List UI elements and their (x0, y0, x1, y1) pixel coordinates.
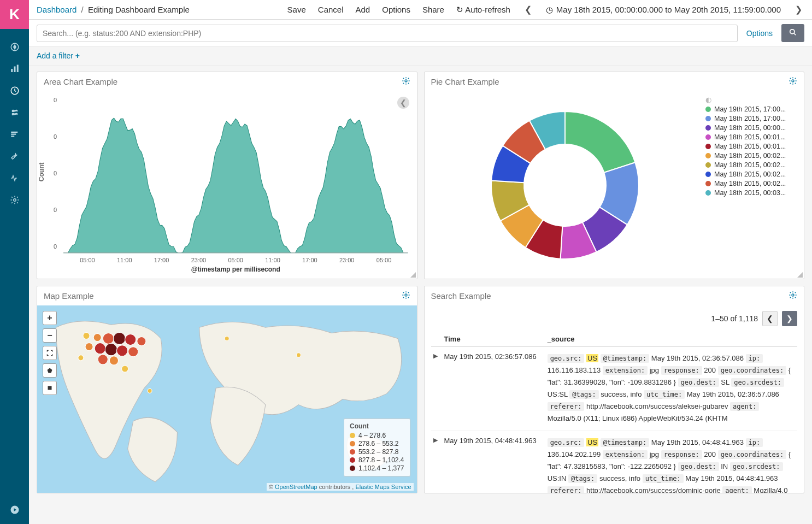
share-button[interactable]: Share (422, 5, 444, 14)
map-panel: Map Example (37, 286, 417, 493)
panel-gear-icon[interactable] (789, 76, 797, 87)
map-canvas[interactable]: + − Count 4 – 278.6278.6 – 553.2553.2 – … (37, 305, 417, 493)
devtools-nav-icon[interactable] (6, 150, 23, 162)
legend-swatch (705, 134, 711, 140)
options-button[interactable]: Options (382, 5, 410, 14)
autorefresh-button[interactable]: ↻ Auto-refresh (456, 5, 510, 15)
save-button[interactable]: Save (287, 5, 306, 14)
breadcrumb: Dashboard / Editing Dashboard Example (37, 5, 190, 14)
legend-toggle-icon[interactable]: ◐ (705, 96, 711, 104)
cancel-button[interactable]: Cancel (318, 5, 344, 14)
map-legend-row: 827.8 – 1,102.4 (350, 456, 404, 464)
pie-legend-item[interactable]: May 18th 2015, 00:00... (705, 124, 798, 132)
svg-point-28 (116, 345, 127, 356)
panel-gear-icon[interactable] (402, 291, 410, 301)
kibana-logo[interactable]: K (0, 0, 29, 29)
map-rect-button[interactable] (43, 381, 57, 395)
discover-nav-icon[interactable] (6, 41, 23, 53)
pager-next-button[interactable]: ❯ (782, 311, 797, 326)
pager-prev-button[interactable]: ❮ (762, 311, 778, 326)
breadcrumb-root[interactable]: Dashboard (37, 5, 77, 14)
legend-swatch (705, 172, 711, 177)
svg-point-26 (95, 343, 105, 354)
pager-text: 1–50 of 1,118 (711, 314, 758, 323)
add-filter-button[interactable]: Add a filter + (37, 51, 80, 60)
svg-point-22 (113, 332, 125, 344)
legend-swatch (705, 190, 711, 196)
map-fit-button[interactable] (43, 346, 57, 360)
svg-rect-3 (14, 67, 15, 73)
visualize-nav-icon[interactable] (6, 63, 23, 75)
col-time[interactable]: Time (442, 332, 545, 347)
row-time: May 19th 2015, 02:36:57.086 (442, 347, 545, 431)
panel-gear-icon[interactable] (789, 291, 797, 301)
expand-row-icon[interactable]: ▶ (431, 431, 442, 493)
svg-point-12 (790, 30, 795, 34)
timelion-nav-icon[interactable] (6, 107, 23, 119)
svg-point-34 (148, 388, 152, 393)
svg-point-30 (98, 355, 108, 364)
search-table: Time _source ▶May 19th 2015, 02:36:57.08… (431, 332, 798, 493)
svg-marker-37 (48, 368, 52, 373)
ml-nav-icon[interactable] (6, 128, 23, 140)
pie-legend-item[interactable]: May 18th 2015, 00:02... (705, 170, 798, 178)
svg-point-27 (105, 344, 117, 356)
row-source: geo.src: US @timestamp: May 19th 2015, 0… (545, 431, 797, 493)
topbar: Dashboard / Editing Dashboard Example Sa… (29, 0, 812, 20)
map-zoom-out-button[interactable]: − (43, 328, 57, 343)
app-sidebar: K (0, 0, 29, 524)
pie-legend-item[interactable]: May 18th 2015, 00:02... (705, 152, 798, 160)
panel-gear-icon[interactable] (402, 76, 410, 87)
search-input[interactable] (37, 25, 738, 42)
svg-point-21 (103, 333, 114, 344)
table-row: ▶May 19th 2015, 04:48:41.963geo.src: US … (431, 431, 798, 493)
svg-point-16 (792, 80, 794, 82)
svg-point-36 (296, 353, 301, 357)
osm-link[interactable]: OpenStreetMap (275, 484, 317, 490)
pie-legend-item[interactable]: May 18th 2015, 00:01... (705, 143, 798, 150)
pie-legend-item[interactable]: May 19th 2015, 17:00... (705, 105, 798, 113)
breadcrumb-current: Editing Dashboard Example (88, 5, 190, 14)
dashboard-nav-icon[interactable] (6, 85, 23, 97)
resize-handle[interactable] (410, 272, 416, 278)
resize-handle[interactable] (797, 272, 803, 278)
add-button[interactable]: Add (356, 5, 370, 14)
search-submit-button[interactable] (781, 24, 804, 42)
legend-label: May 18th 2015, 00:02... (714, 180, 786, 187)
pie-legend-item[interactable]: May 18th 2015, 00:02... (705, 161, 798, 169)
management-nav-icon[interactable] (6, 194, 23, 206)
pie-chart-panel: Pie Chart Example ◐ May 19th 2015, 17:00… (424, 72, 805, 279)
map-polygon-button[interactable] (43, 363, 57, 378)
ems-link[interactable]: Elastic Maps Service (355, 484, 411, 490)
svg-point-17 (405, 294, 407, 296)
search-options-link[interactable]: Options (742, 29, 777, 38)
col-source[interactable]: _source (545, 332, 797, 347)
svg-point-32 (122, 366, 128, 372)
pie-legend-item[interactable]: May 18th 2015, 00:01... (705, 133, 798, 141)
chart-back-icon[interactable]: ❮ (397, 97, 409, 109)
expand-row-icon[interactable]: ▶ (431, 347, 442, 431)
timerange-display[interactable]: ◷ May 18th 2015, 00:00:00.000 to May 20t… (546, 5, 781, 15)
legend-label: May 18th 2015, 00:01... (714, 133, 786, 141)
monitoring-nav-icon[interactable] (6, 172, 23, 184)
legend-label: May 18th 2015, 00:02... (714, 152, 786, 160)
time-next-icon[interactable]: ❯ (793, 4, 804, 15)
pie-legend-item[interactable]: May 18th 2015, 00:03... (705, 189, 798, 197)
svg-rect-4 (16, 65, 18, 73)
map-zoom-in-button[interactable]: + (43, 311, 57, 325)
svg-point-9 (13, 199, 16, 202)
legend-swatch (705, 107, 711, 112)
svg-point-35 (225, 336, 229, 340)
svg-point-39 (792, 294, 794, 296)
legend-label: May 18th 2015, 00:03... (714, 189, 786, 197)
svg-rect-8 (11, 132, 17, 133)
pie-legend-item[interactable]: May 18th 2015, 00:02... (705, 180, 798, 187)
clock-icon: ◷ (546, 5, 553, 15)
pie-legend-item[interactable]: May 18th 2015, 17:00... (705, 115, 798, 122)
row-time: May 19th 2015, 04:48:41.963 (442, 431, 545, 493)
collapse-nav-icon[interactable] (6, 504, 23, 516)
area-chart-title: Area Chart Example (44, 77, 117, 86)
svg-point-29 (128, 347, 138, 357)
legend-label: May 19th 2015, 17:00... (714, 105, 786, 113)
time-prev-icon[interactable]: ❮ (522, 4, 534, 15)
